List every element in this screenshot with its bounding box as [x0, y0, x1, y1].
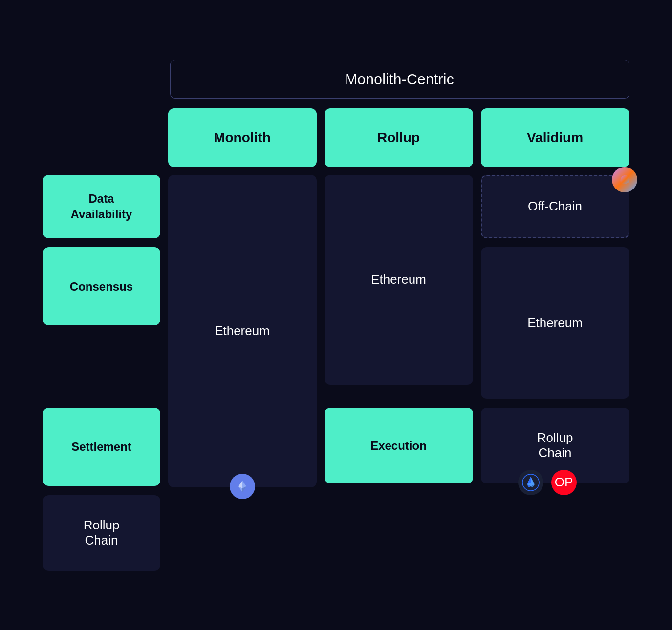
rollup-execution-label: RollupChain	[537, 430, 573, 461]
col-header-validium: Validium	[481, 108, 629, 167]
header-bar: Monolith-Centric	[170, 60, 629, 99]
rollup-ethereum-cell: Ethereum	[325, 175, 473, 385]
validium-ethereum-cell: Ethereum	[481, 247, 629, 399]
page-container: Monolith-Centric Monolith Rollup Validiu…	[43, 60, 629, 571]
arbitrum-badge	[518, 470, 543, 495]
row-label-da-text: DataAvailability	[71, 191, 132, 221]
monolith-ethereum-label: Ethereum	[215, 323, 270, 338]
gradient-circle-icon	[612, 167, 637, 192]
row-label-consensus-text: Consensus	[70, 279, 133, 294]
col-header-monolith-label: Monolith	[214, 130, 271, 146]
monolith-ethereum-cell: Ethereum	[168, 175, 317, 487]
eth-icon	[236, 480, 249, 493]
row-label-settlement: Settlement	[43, 408, 160, 486]
row-label-consensus: Consensus	[43, 247, 160, 325]
validium-execution-label: RollupChain	[84, 518, 120, 548]
validium-offchain-cell: Off-Chain	[481, 175, 629, 238]
paint-icon	[617, 172, 632, 187]
row-label-data-availability: DataAvailability	[43, 175, 160, 238]
row-label-execution-text: Execution	[370, 438, 427, 453]
rollup-ethereum-label: Ethereum	[371, 272, 426, 287]
header-title: Monolith-Centric	[345, 71, 454, 87]
col-header-monolith: Monolith	[168, 108, 317, 167]
col-header-rollup-label: Rollup	[377, 130, 420, 146]
optimism-badge: OP	[551, 470, 577, 495]
ethereum-badge	[230, 474, 255, 499]
arbitrum-icon	[522, 474, 540, 491]
main-grid: Monolith Rollup Validium DataAvailabilit…	[43, 108, 629, 571]
validium-offchain-label: Off-Chain	[528, 199, 582, 214]
validium-execution-cell: RollupChain	[43, 495, 160, 571]
row-label-execution: Execution	[325, 408, 473, 483]
col-header-rollup: Rollup	[325, 108, 473, 167]
row-label-settlement-text: Settlement	[71, 439, 131, 454]
col-header-validium-label: Validium	[527, 130, 583, 146]
op-label: OP	[555, 475, 573, 490]
rollup-execution-cell: RollupChain OP	[481, 408, 629, 483]
validium-ethereum-label: Ethereum	[527, 315, 583, 331]
